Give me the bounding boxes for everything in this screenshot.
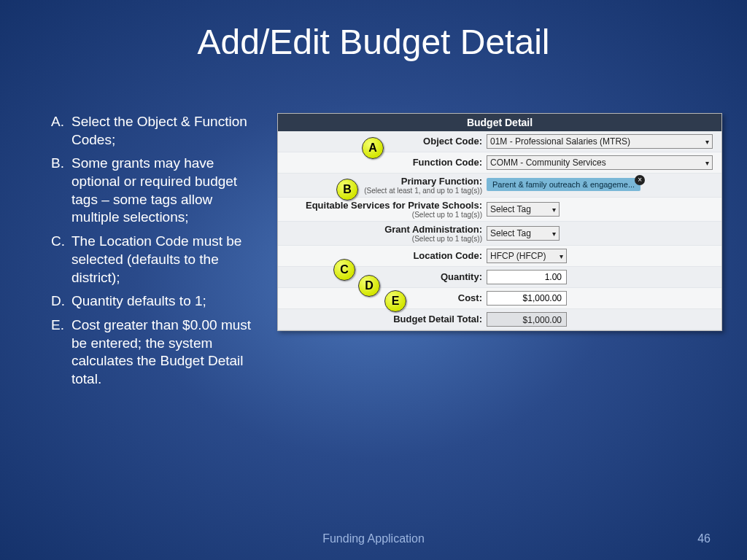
letter-list: A.Select the Object & Function Codes; B.… <box>51 113 255 389</box>
bullet-list-column: A.Select the Object & Function Codes; B.… <box>51 113 255 394</box>
panel-header: Budget Detail <box>278 114 721 131</box>
list-item: B.Some grants may have optional or requi… <box>51 155 255 227</box>
screenshot-column: Budget Detail A B C D E Object Code: 01M… <box>277 113 722 331</box>
label-object-code: Object Code: <box>284 133 487 149</box>
grant-admin-value: Select Tag <box>490 228 531 238</box>
function-code-value: COMM - Community Services <box>490 158 606 168</box>
callout-c: C <box>333 259 355 281</box>
chevron-down-icon: ▾ <box>705 159 709 167</box>
object-code-value: 01M - Professional Salaries (MTRS) <box>490 136 630 147</box>
label-quantity: Quantity: <box>284 269 487 285</box>
callout-a: A <box>362 137 384 159</box>
list-marker: A. <box>51 113 71 149</box>
list-item: D.Quantity defaults to 1; <box>51 292 255 311</box>
location-code-value: HFCP (HFCP) <box>490 251 546 261</box>
list-marker: D. <box>51 292 71 311</box>
callout-b: B <box>336 179 358 201</box>
equitable-services-select[interactable]: Select Tag ▾ <box>487 202 560 217</box>
primary-function-tag[interactable]: Parent & family outreach & engageme... <box>487 178 640 191</box>
label-function-code: Function Code: <box>284 155 487 171</box>
footer-label: Funding Application <box>0 532 747 545</box>
page-number: 46 <box>697 532 711 545</box>
object-code-select[interactable]: 01M - Professional Salaries (MTRS) ▾ <box>487 134 713 149</box>
quantity-input[interactable] <box>487 270 567 284</box>
row-cost: Cost: <box>278 288 721 309</box>
callout-d: D <box>358 275 380 297</box>
hint-primary-function: (Select at least 1, and up to 1 tag(s)) <box>284 187 482 195</box>
label-grant-admin: Grant Administration: (Select up to 1 ta… <box>284 224 487 243</box>
chevron-down-icon: ▾ <box>560 252 563 260</box>
equitable-services-value: Select Tag <box>490 204 531 214</box>
budget-detail-panel: Budget Detail A B C D E Object Code: 01M… <box>277 113 722 331</box>
list-item: E.Cost greater than $0.00 must be entere… <box>51 316 255 389</box>
label-equitable-services: Equitable Services for Private Schools: … <box>284 200 487 219</box>
list-text: Cost greater than $0.00 must be entered;… <box>71 316 255 389</box>
list-text: The Location Code must be selected (defa… <box>71 233 255 287</box>
chevron-down-icon: ▾ <box>552 206 556 214</box>
content-area: A.Select the Object & Function Codes; B.… <box>51 113 718 394</box>
row-total: Budget Detail Total: $1,000.00 <box>278 309 721 330</box>
row-equitable-services: Equitable Services for Private Schools: … <box>278 198 721 222</box>
row-function-code: Function Code: COMM - Community Services… <box>278 152 721 174</box>
total-value: $1,000.00 <box>487 312 567 327</box>
function-code-select[interactable]: COMM - Community Services ▾ <box>487 155 713 170</box>
list-marker: C. <box>51 233 71 287</box>
label-location-code: Location Code: <box>284 248 487 264</box>
cost-input[interactable] <box>487 291 567 306</box>
row-object-code: Object Code: 01M - Professional Salaries… <box>278 131 721 152</box>
row-grant-admin: Grant Administration: (Select up to 1 ta… <box>278 222 721 246</box>
list-marker: B. <box>51 155 71 227</box>
list-text: Some grants may have optional or require… <box>71 155 255 227</box>
hint-grant-admin: (Select up to 1 tag(s)) <box>284 235 482 243</box>
page-title: Add/Edit Budget Detail <box>0 22 747 62</box>
list-item: C.The Location Code must be selected (de… <box>51 233 255 287</box>
label-primary-function: Primary Function: (Select at least 1, an… <box>284 176 487 195</box>
list-text: Quantity defaults to 1; <box>71 292 206 311</box>
label-total: Budget Detail Total: <box>284 311 487 327</box>
remove-tag-icon[interactable]: × <box>635 175 645 185</box>
slide: Add/Edit Budget Detail A.Select the Obje… <box>0 0 747 560</box>
grant-admin-select[interactable]: Select Tag ▾ <box>487 226 560 241</box>
panel-body: A B C D E Object Code: 01M - Professiona… <box>278 131 721 330</box>
location-code-select[interactable]: HFCP (HFCP) ▾ <box>487 249 567 263</box>
hint-equitable-services: (Select up to 1 tag(s)) <box>284 211 482 219</box>
chevron-down-icon: ▾ <box>552 230 556 238</box>
list-item: A.Select the Object & Function Codes; <box>51 113 255 149</box>
list-text: Select the Object & Function Codes; <box>71 113 255 149</box>
list-marker: E. <box>51 316 71 389</box>
chevron-down-icon: ▾ <box>705 138 709 146</box>
callout-e: E <box>384 290 406 312</box>
